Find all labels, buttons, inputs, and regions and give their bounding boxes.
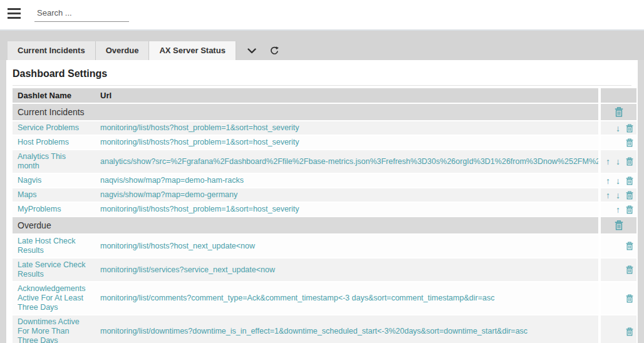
dashlet-url: monitoring/list/hosts?host_problem=1&sor…: [94, 121, 598, 135]
table-row: MyProblemsmonitoring/list/hosts?host_pro…: [13, 203, 636, 216]
column-header-dashlet-name: Dashlet Name: [13, 88, 94, 103]
table-row: Analytics This monthanalytics/show?src=%…: [13, 150, 636, 173]
move-down-button[interactable]: ↓: [616, 191, 620, 200]
table-row: Downtimes Active For More Than Three Day…: [13, 315, 636, 343]
move-up-button[interactable]: ↑: [616, 205, 620, 214]
section-row: Current Incidents: [13, 104, 636, 120]
dashlet-name-link[interactable]: MyProblems: [18, 205, 61, 213]
row-actions: ↑↓: [601, 188, 636, 202]
chevron-down-icon[interactable]: [245, 44, 259, 58]
dashlet-url: monitoring/list/services?service_next_up…: [94, 259, 598, 281]
dashlet-url: naqvis/show/map?map=demo-ham-racks: [94, 174, 598, 187]
move-up-button[interactable]: ↑: [606, 177, 610, 185]
row-actions: [601, 315, 636, 343]
dashlet-url: monitoring/list/hosts?host_problem=1&sor…: [94, 203, 598, 216]
row-actions: ↑↓: [601, 174, 636, 187]
table-header-row: Dashlet Name Url: [13, 88, 636, 103]
topbar: [0, 0, 644, 29]
dashlet-name-link[interactable]: Nagvis: [18, 176, 41, 185]
tab-bar: Current IncidentsOverdueAX Server Status: [0, 29, 644, 60]
delete-button[interactable]: [615, 220, 623, 230]
table-row: Nagvisnaqvis/show/map?map=demo-ham-racks…: [13, 174, 636, 187]
dashlet-name-link[interactable]: Downtimes Active For More Than Three Day…: [18, 317, 80, 343]
move-up-button[interactable]: ↑: [606, 191, 610, 200]
dashlet-name-link[interactable]: Acknowledgements Active For At Least Thr…: [18, 284, 85, 312]
dashlet-name-link[interactable]: Analytics This month: [18, 152, 66, 170]
table-row: Late Service Check Resultsmonitoring/lis…: [13, 259, 636, 281]
row-actions: ↓: [601, 121, 636, 135]
delete-button[interactable]: [626, 327, 633, 336]
dashlet-url: analytics/show?src=%2Fgrafana%2Fdashboar…: [94, 150, 598, 173]
delete-button[interactable]: [626, 191, 633, 200]
section-row: Overdue: [13, 217, 636, 233]
refresh-icon[interactable]: [267, 44, 281, 58]
section-actions: [601, 217, 636, 233]
table-row: Late Host Check Resultsmonitoring/list/h…: [13, 235, 636, 257]
table-row: Service Problemsmonitoring/list/hosts?ho…: [13, 121, 636, 135]
content-panel: Dashboard Settings Dashlet Name Url Curr…: [6, 60, 638, 343]
delete-button[interactable]: [626, 205, 633, 214]
dashlet-name-link[interactable]: Maps: [18, 190, 37, 199]
delete-button[interactable]: [626, 242, 633, 250]
dashlet-name-link[interactable]: Host Problems: [18, 138, 69, 146]
dashlet-url: monitoring/list/hosts?host_next_update<n…: [94, 235, 598, 257]
move-up-button[interactable]: ↑: [606, 157, 610, 166]
delete-button[interactable]: [626, 157, 633, 166]
delete-button[interactable]: [626, 294, 633, 303]
row-actions: [601, 136, 636, 149]
section-title: Current Incidents: [13, 104, 598, 120]
row-actions: ↑: [601, 203, 636, 216]
section-title: Overdue: [13, 217, 598, 233]
delete-button[interactable]: [626, 177, 633, 185]
delete-button[interactable]: [615, 107, 623, 117]
table-row: Acknowledgements Active For At Least Thr…: [13, 282, 636, 314]
delete-button[interactable]: [626, 138, 633, 147]
dashlet-name-link[interactable]: Service Problems: [18, 123, 79, 132]
delete-button[interactable]: [626, 265, 633, 274]
dashlet-url: monitoring/list/downtimes?downtime_is_in…: [94, 315, 598, 343]
tab-overdue[interactable]: Overdue: [96, 41, 150, 60]
table-row: Mapsnagvis/show/map?map=demo-germany↑↓: [13, 188, 636, 202]
row-actions: [601, 235, 636, 257]
dashboard-settings-table: Dashlet Name Url Current IncidentsServic…: [13, 88, 636, 343]
search-input[interactable]: [34, 4, 129, 22]
tab-ax-server-status[interactable]: AX Server Status: [149, 41, 236, 60]
move-down-button[interactable]: ↓: [616, 177, 620, 185]
move-down-button[interactable]: ↓: [616, 124, 620, 133]
dashlet-url: nagvis/show/map?map=demo-germany: [94, 188, 598, 202]
row-actions: [601, 282, 636, 314]
row-actions: [601, 259, 636, 281]
dashlet-url: monitoring/list/hosts?host_problem=1&sor…: [94, 136, 598, 149]
column-header-url: Url: [94, 88, 598, 103]
table-row: Host Problemsmonitoring/list/hosts?host_…: [13, 136, 636, 149]
column-header-actions: [601, 88, 636, 103]
delete-button[interactable]: [626, 124, 633, 133]
move-down-button[interactable]: ↓: [616, 157, 620, 166]
dashlet-url: monitoring/list/comments?comment_type=Ac…: [94, 282, 598, 314]
row-actions: ↑↓: [601, 150, 636, 173]
menu-icon[interactable]: [8, 8, 21, 19]
section-actions: [601, 104, 636, 120]
dashlet-name-link[interactable]: Late Host Check Results: [18, 237, 75, 255]
page-title: Dashboard Settings: [13, 60, 631, 86]
tab-current-incidents[interactable]: Current Incidents: [8, 41, 96, 60]
dashlet-name-link[interactable]: Late Service Check Results: [18, 260, 85, 279]
